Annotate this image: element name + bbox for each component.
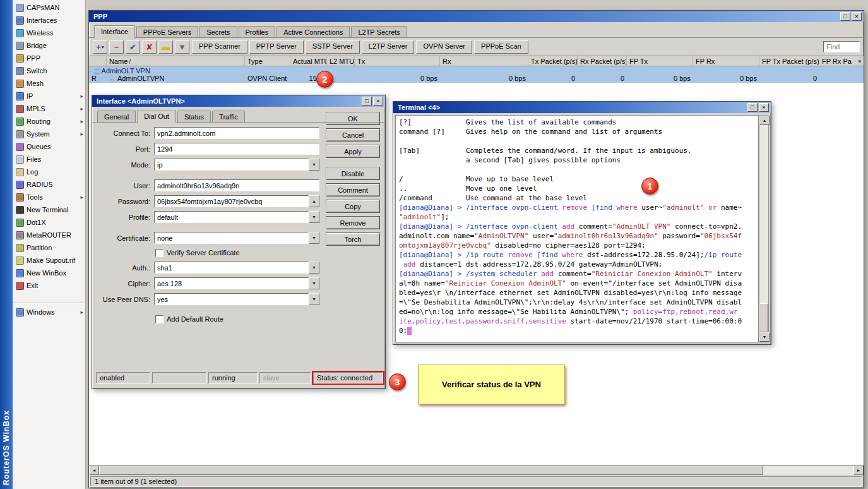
- column-header-fp-tx[interactable]: FP Tx: [627, 56, 693, 66]
- maximize-button[interactable]: □: [840, 12, 850, 21]
- sidebar-item-partition[interactable]: Partition: [13, 241, 85, 254]
- sidebar-item-radius[interactable]: RADIUS: [13, 178, 85, 191]
- column-header-rx[interactable]: Rx: [440, 56, 528, 66]
- tab-secrets[interactable]: Secrets: [199, 26, 237, 38]
- toolbar-button-ppp-scanner[interactable]: PPP Scanner: [192, 40, 247, 54]
- scroll-right-icon[interactable]: ►: [853, 466, 864, 475]
- remove-button[interactable]: −: [109, 40, 124, 54]
- sidebar-item-system[interactable]: System▸: [13, 128, 85, 140]
- interface-comment-row[interactable]: ;;; AdminOLT VPN: [89, 66, 864, 75]
- disable-button[interactable]: Disable: [326, 167, 380, 180]
- sidebar-item-new-winbox[interactable]: New WinBox: [13, 267, 85, 279]
- column-header-fp-rx[interactable]: FP Rx: [693, 56, 759, 66]
- dialog-tab-status[interactable]: Status: [177, 111, 211, 123]
- column-selector-icon[interactable]: ▼: [857, 59, 862, 64]
- toolbar-button-ovpn-server[interactable]: OVPN Server: [416, 40, 472, 54]
- column-header-type[interactable]: Type: [245, 56, 290, 66]
- comment-button[interactable]: ▬: [158, 40, 173, 54]
- dropdown-button[interactable]: ▼: [309, 232, 319, 244]
- sidebar-item-make-supout-rif[interactable]: Make Supout.rif: [13, 254, 85, 267]
- tab-l2tp-secrets[interactable]: L2TP Secrets: [351, 26, 407, 38]
- scroll-track[interactable]: [759, 125, 768, 332]
- tab-pppoe-servers[interactable]: PPPoE Servers: [136, 26, 198, 38]
- column-header-tx[interactable]: Tx: [355, 56, 440, 66]
- sidebar-item-windows[interactable]: Windows ▸: [13, 306, 85, 318]
- sidebar-item-log[interactable]: Log: [13, 166, 85, 178]
- use-peer-dns-input[interactable]: yes: [154, 293, 309, 305]
- port-input[interactable]: 1294: [154, 143, 319, 155]
- sidebar-item-files[interactable]: Files: [13, 153, 85, 166]
- ppp-titlebar[interactable]: PPP □ ×: [89, 11, 864, 22]
- sidebar-item-tools[interactable]: Tools▸: [13, 191, 85, 203]
- terminal-output[interactable]: [?] Gives the list of available commands…: [395, 115, 759, 342]
- enable-button[interactable]: ✔: [126, 40, 140, 54]
- scroll-up-icon[interactable]: ▲: [759, 116, 770, 125]
- close-button[interactable]: ×: [373, 97, 383, 106]
- sidebar-item-queues[interactable]: Queues: [13, 140, 85, 153]
- tab-active-connections[interactable]: Active Connections: [276, 26, 350, 38]
- sidebar-item-ip[interactable]: IP▸: [13, 90, 85, 102]
- sidebar-item-dot1x[interactable]: Dot1X: [13, 216, 85, 229]
- column-header-fp-rx-pa[interactable]: FP Rx Pa: [819, 56, 860, 66]
- terminal-scrollbar[interactable]: ▲ ▼: [759, 115, 769, 342]
- remove-button[interactable]: Remove: [326, 216, 380, 229]
- column-header-actual-mtu[interactable]: Actual MTU: [290, 56, 327, 66]
- dialog-titlebar[interactable]: Interface <AdminOLTVPN> □ ×: [92, 95, 385, 107]
- tab-profiles[interactable]: Profiles: [239, 26, 276, 38]
- mode-input[interactable]: ip: [154, 159, 309, 171]
- dropdown-button[interactable]: ▼: [309, 277, 319, 289]
- column-header-l2-mtu[interactable]: L2 MTU: [327, 56, 355, 66]
- column-header-tx-packet-p-s[interactable]: Tx Packet (p/s): [528, 56, 578, 66]
- dialog-tab-general[interactable]: General: [97, 111, 136, 123]
- dropdown-button[interactable]: ▼: [309, 293, 319, 305]
- sidebar-item-mesh[interactable]: Mesh: [13, 77, 85, 90]
- scroll-down-icon[interactable]: ▼: [759, 332, 770, 342]
- tab-interface[interactable]: Interface: [94, 25, 135, 39]
- sidebar-item-mpls[interactable]: MPLS▸: [13, 102, 85, 115]
- user-input[interactable]: adminolt0hr6o13v96adq9n: [154, 179, 319, 191]
- password-input[interactable]: 06jbsx54fomtojxm1ay807rje0vcbq: [154, 195, 309, 207]
- close-button[interactable]: ×: [852, 12, 862, 21]
- checkbox-verify-server-certificate[interactable]: [155, 249, 163, 257]
- sidebar-item-bridge[interactable]: Bridge: [13, 39, 85, 52]
- close-button[interactable]: ×: [759, 103, 769, 112]
- checkbox-add-default-route[interactable]: [155, 315, 163, 323]
- dropdown-button[interactable]: ▼: [309, 159, 319, 171]
- horizontal-scrollbar[interactable]: ◄ ►: [89, 465, 864, 475]
- terminal-titlebar[interactable]: Terminal <4> □ ×: [393, 102, 771, 113]
- sidebar-item-ppp[interactable]: PPP: [13, 52, 85, 64]
- toolbar-button-l2tp-server[interactable]: L2TP Server: [362, 40, 415, 54]
- sidebar-item-metarouter[interactable]: MetaROUTER: [13, 229, 85, 241]
- interface-row[interactable]: R↔AdminOLTVPNOVPN Client15000 bps0 bps00…: [89, 75, 864, 83]
- column-header-flag[interactable]: [89, 56, 107, 66]
- toolbar-button-pppoe-scan[interactable]: PPPoE Scan: [474, 40, 528, 54]
- sidebar-item-routing[interactable]: Routing▸: [13, 115, 85, 128]
- cancel-button[interactable]: Cancel: [326, 128, 380, 142]
- profile-input[interactable]: default: [154, 211, 309, 223]
- scroll-track[interactable]: [99, 466, 853, 475]
- add-button[interactable]: +▾: [93, 40, 107, 54]
- scroll-left-icon[interactable]: ◄: [89, 466, 99, 475]
- maximize-button[interactable]: □: [747, 103, 758, 112]
- filter-button[interactable]: ▼: [175, 40, 189, 54]
- toolbar-button-sstp-server[interactable]: SSTP Server: [306, 40, 360, 54]
- sidebar-item-wireless[interactable]: Wireless: [13, 27, 85, 39]
- disable-button[interactable]: ✘: [142, 40, 157, 54]
- toolbar-button-pptp-server[interactable]: PPTP Server: [249, 40, 304, 54]
- sidebar-item-switch[interactable]: Switch: [13, 64, 85, 77]
- maximize-button[interactable]: □: [362, 97, 372, 106]
- ok-button[interactable]: OK: [326, 112, 380, 125]
- dropdown-button[interactable]: ▼: [309, 211, 319, 223]
- sidebar-item-capsman[interactable]: CAPsMAN: [13, 1, 85, 14]
- torch-button[interactable]: Torch: [326, 232, 380, 246]
- auth-input[interactable]: sha1: [154, 262, 309, 274]
- find-input[interactable]: [823, 41, 860, 52]
- sidebar-item-exit[interactable]: Exit: [13, 279, 85, 292]
- copy-button[interactable]: Copy: [326, 200, 380, 213]
- comment-button[interactable]: Comment: [326, 183, 380, 196]
- sidebar-item-interfaces[interactable]: Interfaces: [13, 14, 85, 27]
- scroll-thumb[interactable]: [99, 466, 763, 475]
- cipher-input[interactable]: aes 128: [154, 277, 309, 289]
- dialog-tab-dial-out[interactable]: Dial Out: [137, 110, 176, 123]
- scroll-thumb[interactable]: [759, 303, 768, 332]
